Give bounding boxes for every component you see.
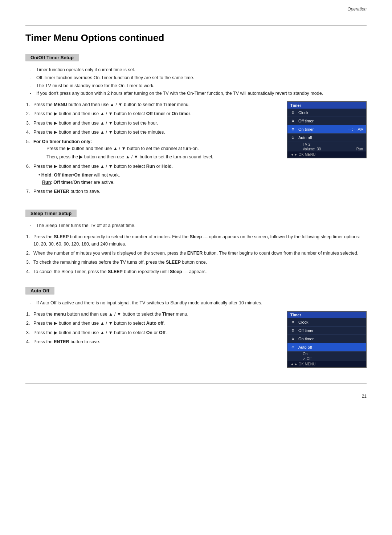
step-num-5: 5. bbox=[26, 138, 30, 145]
sleep-bullet-1: The Sleep Timer turns the TV off at a pr… bbox=[33, 222, 367, 229]
hold-run-block: • Hold: Off timer/On timer will not work… bbox=[38, 171, 367, 186]
on-off-timer-section: On/Off Timer Setup Timer function operat… bbox=[25, 54, 367, 198]
auto-off-step-3: 3. Press the ▶ button and then use ▲ / ▼… bbox=[25, 329, 367, 336]
enter-bold-sleep-2: ENTER bbox=[187, 251, 203, 256]
step-num-2: 2. bbox=[26, 110, 30, 117]
tv2-autooff-label: Auto off bbox=[298, 345, 364, 349]
step-num-4: 4. bbox=[26, 129, 30, 136]
tv2-menu-sub-off: ✓ Off bbox=[287, 356, 366, 361]
on-off-steps-list: 1. Press the MENU button and then use ▲ … bbox=[25, 101, 367, 195]
step-7: 7. Press the ENTER button to save. bbox=[25, 188, 367, 195]
top-divider bbox=[25, 25, 367, 26]
sleep-bold-4: SLEEP bbox=[108, 269, 123, 274]
tv-menu-footer-2: ◄► OK MENU bbox=[287, 361, 366, 367]
bullet-item: Timer function operates only if current … bbox=[33, 66, 367, 73]
sleep-step-num-1: 1. bbox=[26, 234, 30, 240]
step-num-1: 1. bbox=[26, 101, 30, 108]
sleep-step-num-3: 3. bbox=[26, 259, 30, 266]
step-6: 6. Press the ▶ button and then use ▲ / ▼… bbox=[25, 163, 367, 186]
on-off-timer-header: On/Off Timer Setup bbox=[25, 54, 79, 61]
sleep-bold-1: SLEEP bbox=[54, 234, 69, 239]
on-off-steps-area: Timer ⚙ Clock ⚙ Off timer ⚙ On timer -- … bbox=[25, 101, 367, 198]
enter-bold-ao: ENTER bbox=[54, 339, 69, 344]
operation-label: Operation bbox=[347, 7, 367, 12]
step-2: 2. Press the ▶ button and then use ▲ / ▼… bbox=[25, 110, 367, 117]
step-4: 4. Press the ▶ button and then use ▲ / ▼… bbox=[25, 129, 367, 136]
sleep-step-3: 3. To check the remaining minutes before… bbox=[25, 259, 367, 266]
auto-off-step-num-4: 4. bbox=[26, 339, 30, 345]
sleep-steps-list: 1. Press the SLEEP button repeatedly to … bbox=[25, 234, 367, 275]
on-off-bullet-list: Timer function operates only if current … bbox=[33, 66, 367, 97]
hold-bold: Hold bbox=[162, 164, 172, 169]
bottom-divider bbox=[25, 383, 367, 384]
sleep-timer-section: Sleep Timer Setup The Sleep Timer turns … bbox=[25, 210, 367, 275]
step-num-3: 3. bbox=[26, 120, 30, 127]
sleep-step-1: 1. Press the SLEEP button repeatedly to … bbox=[25, 234, 367, 248]
page-title: Timer Menu Options continued bbox=[25, 32, 367, 44]
sleep-step-2: 2. When the number of minutes you want i… bbox=[25, 250, 367, 257]
auto-off-bullet-1: If Auto Off is active and there is no in… bbox=[33, 300, 367, 307]
auto-off-step-1: 1. Press the menu button and then use ▲ … bbox=[25, 311, 367, 318]
run-line: Run: Off timer/On timer are active. bbox=[38, 179, 367, 186]
auto-off-step-2: 2. Press the ▶ button and then use ▲ / ▼… bbox=[25, 320, 367, 327]
auto-off-bold: Auto off bbox=[146, 321, 164, 326]
bullet-item: If you don't press any button within 2 h… bbox=[33, 90, 367, 97]
step-1: 1. Press the MENU button and then use ▲ … bbox=[25, 101, 367, 108]
sleep-word-bold-4: Sleep bbox=[170, 269, 182, 274]
sleep-word-bold: Sleep bbox=[190, 234, 202, 239]
page-number: 21 bbox=[362, 394, 367, 399]
sleep-bullet-list: The Sleep Timer turns the TV off at a pr… bbox=[33, 222, 367, 229]
sleep-step-num-4: 4. bbox=[26, 268, 30, 275]
tv2-footer-nav: ◄► OK MENU bbox=[290, 362, 315, 366]
sleep-timer-header: Sleep Timer Setup bbox=[25, 210, 77, 217]
step-num-7: 7. bbox=[26, 188, 30, 195]
bullet-item: Off-Timer function overrides On-Timer fu… bbox=[33, 74, 367, 81]
bullet-item: The TV must be in standby mode for the O… bbox=[33, 82, 367, 89]
tv2-menu-sub-on: On bbox=[287, 352, 366, 356]
timer-bold: Timer bbox=[163, 102, 176, 107]
step-5: 5. For On timer function only: Press the… bbox=[25, 138, 367, 161]
on-bold-ao: On bbox=[146, 330, 152, 335]
auto-off-step-num-1: 1. bbox=[26, 311, 30, 318]
off-bold-ao: Off bbox=[159, 330, 166, 335]
auto-off-step-4: 4. Press the ENTER button to save. bbox=[25, 339, 367, 345]
for-on-timer-label: For On timer function only: bbox=[33, 139, 92, 144]
step-5-sub2: Then, press the ▶ button and then use ▲ … bbox=[33, 154, 367, 161]
menu-bold-ao: menu bbox=[54, 312, 66, 317]
sleep-bold-3: SLEEP bbox=[166, 260, 181, 265]
sleep-step-4: 4. To cancel the Sleep Timer, press the … bbox=[25, 268, 367, 275]
timer-bold-ao: Timer bbox=[162, 312, 175, 317]
hold-line: • Hold: Off timer/On timer will not work… bbox=[38, 171, 367, 179]
step-3: 3. Press the ▶ button and then use ▲ / ▼… bbox=[25, 120, 367, 127]
auto-off-bullet-list: If Auto Off is active and there is no in… bbox=[33, 300, 367, 307]
on-timer-bold: On timer bbox=[172, 111, 190, 116]
enter-bold-1: ENTER bbox=[54, 189, 69, 194]
off-timer-bold: Off timer bbox=[146, 111, 165, 116]
auto-off-steps-area: Timer ⚙ Clock ⚙ Off timer ⚙ On timer ⊙ bbox=[25, 311, 367, 372]
auto-off-header: Auto Off bbox=[25, 287, 54, 295]
step-5-sub1: Press the ▶ button and then use ▲ / ▼ bu… bbox=[33, 145, 367, 152]
auto-off-section: Auto Off If Auto Off is active and there… bbox=[25, 287, 367, 372]
menu-bold: MENU bbox=[54, 102, 67, 107]
auto-off-step-num-2: 2. bbox=[26, 320, 30, 327]
run-bold: Run bbox=[146, 164, 155, 169]
step-num-6: 6. bbox=[26, 163, 30, 170]
auto-off-step-num-3: 3. bbox=[26, 329, 30, 336]
sleep-step-num-2: 2. bbox=[26, 250, 30, 257]
